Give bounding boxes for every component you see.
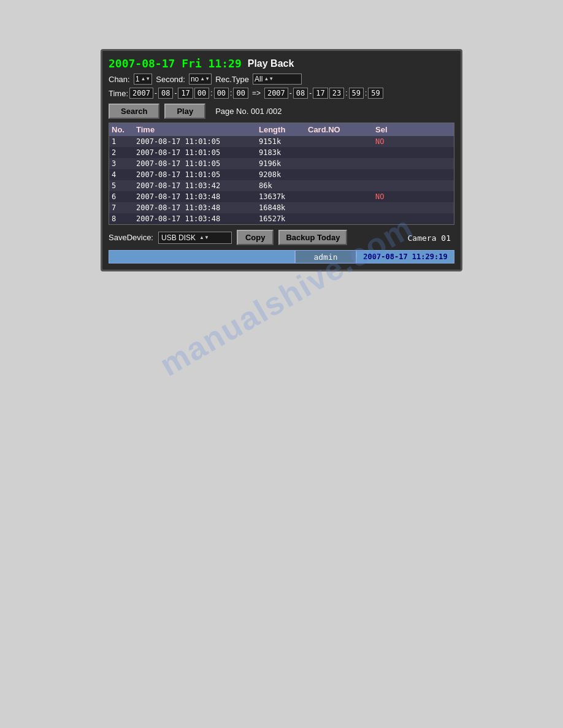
save-device-arrow: ▲▼ — [199, 235, 209, 240]
td-no: 8 — [112, 214, 136, 223]
table-header: No. Time Length Card.NO Sel — [109, 123, 454, 136]
td-sel — [375, 181, 406, 190]
table-row[interactable]: 5 2007-08-17 11:03:42 86k — [109, 180, 454, 191]
status-left — [109, 250, 295, 264]
td-sel — [375, 214, 406, 223]
th-no: No. — [112, 125, 136, 134]
td-length: 86k — [259, 181, 308, 190]
td-sel — [375, 148, 406, 157]
time-to-day[interactable]: 17 — [313, 88, 327, 99]
td-card-no — [308, 192, 375, 201]
td-card-no — [308, 203, 375, 212]
td-time: 2007-08-17 11:01:05 — [136, 148, 259, 157]
td-card-no — [308, 148, 375, 157]
td-sel — [375, 170, 406, 179]
search-button[interactable]: Search — [109, 104, 159, 119]
rec-type-label: Rec.Type — [215, 75, 249, 84]
rec-type-select[interactable]: All ▲▼ — [253, 74, 302, 85]
table-row[interactable]: 1 2007-08-17 11:01:05 9151k NO — [109, 136, 454, 147]
td-length: 16848k — [259, 203, 308, 212]
copy-button[interactable]: Copy — [237, 230, 274, 245]
td-length: 13637k — [259, 192, 308, 201]
td-card-no — [308, 181, 375, 190]
td-time: 2007-08-17 11:01:05 — [136, 170, 259, 179]
status-bar: admin 2007-08-17 11:29:19 — [109, 250, 454, 264]
table-row[interactable]: 6 2007-08-17 11:03:48 13637k NO — [109, 191, 454, 202]
control-row-1: Chan: 1 ▲▼ Second: no ▲▼ Rec.Type All ▲▼ — [109, 74, 454, 85]
chan-select[interactable]: 1 ▲▼ — [134, 74, 153, 85]
button-row: Search Play Page No. 001 /002 — [109, 104, 454, 119]
td-card-no — [308, 159, 375, 168]
chan-arrow: ▲▼ — [140, 77, 150, 82]
rec-type-arrow: ▲▼ — [264, 77, 274, 82]
td-no: 1 — [112, 137, 136, 146]
td-time: 2007-08-17 11:03:48 — [136, 192, 259, 201]
td-card-no — [308, 137, 375, 146]
table-row[interactable]: 7 2007-08-17 11:03:48 16848k — [109, 202, 454, 213]
save-row: SaveDevice: USB DISK ▲▼ Copy Backup Toda… — [109, 230, 454, 245]
time-from-sec[interactable]: 00 — [233, 88, 248, 99]
th-card-no: Card.NO — [308, 125, 375, 134]
td-sel — [375, 159, 406, 168]
table-row[interactable]: 4 2007-08-17 11:01:05 9208k — [109, 169, 454, 180]
td-no: 7 — [112, 203, 136, 212]
chan-label: Chan: — [109, 75, 130, 84]
table-row[interactable]: 8 2007-08-17 11:03:48 16527k — [109, 213, 454, 224]
time-row: Time: 2007 - 08 - 17 00 : 00 : 00 => 200… — [109, 88, 454, 99]
title-row: 2007-08-17 Fri 11:29 Play Back — [109, 57, 454, 70]
title-label: Play Back — [248, 58, 294, 69]
page-info: Page No. 001 /002 — [215, 107, 282, 116]
status-datetime: 2007-08-17 11:29:19 — [356, 250, 454, 264]
td-card-no — [308, 214, 375, 223]
th-sel: Sel — [375, 125, 406, 134]
th-time: Time — [136, 125, 259, 134]
td-length: 16527k — [259, 214, 308, 223]
time-to-min[interactable]: 59 — [349, 88, 364, 99]
backup-today-button[interactable]: Backup Today — [278, 230, 347, 245]
td-length: 9196k — [259, 159, 308, 168]
td-sel: NO — [375, 192, 406, 201]
second-select[interactable]: no ▲▼ — [189, 74, 212, 85]
td-length: 9151k — [259, 137, 308, 146]
recording-table: No. Time Length Card.NO Sel 1 2007-08-17… — [109, 123, 454, 225]
time-from-hour[interactable]: 00 — [194, 88, 209, 99]
title-datetime: 2007-08-17 Fri 11:29 — [109, 57, 242, 70]
play-button[interactable]: Play — [164, 104, 205, 119]
td-time: 2007-08-17 11:01:05 — [136, 137, 259, 146]
camera-label: Camera 01 — [408, 233, 451, 243]
chan-value: 1 — [136, 75, 140, 83]
td-time: 2007-08-17 11:03:48 — [136, 203, 259, 212]
time-to-month[interactable]: 08 — [293, 88, 308, 99]
time-from-month[interactable]: 08 — [158, 88, 173, 99]
status-user: admin — [295, 250, 356, 264]
time-to-year[interactable]: 2007 — [264, 88, 288, 99]
td-no: 2 — [112, 148, 136, 157]
td-sel — [375, 203, 406, 212]
time-label: Time: — [109, 89, 128, 98]
second-label: Second: — [156, 75, 185, 84]
time-from-year[interactable]: 2007 — [129, 88, 153, 99]
td-time: 2007-08-17 11:03:42 — [136, 181, 259, 190]
td-no: 5 — [112, 181, 136, 190]
table-row[interactable]: 2 2007-08-17 11:01:05 9183k — [109, 147, 454, 158]
td-no: 4 — [112, 170, 136, 179]
td-length: 9183k — [259, 148, 308, 157]
save-device-select[interactable]: USB DISK ▲▼ — [158, 232, 232, 244]
second-arrow: ▲▼ — [200, 77, 210, 82]
time-from-min[interactable]: 00 — [214, 88, 229, 99]
td-time: 2007-08-17 11:03:48 — [136, 214, 259, 223]
rec-type-value: All — [255, 75, 262, 83]
dvr-screen: manualshive.com 2007-08-17 Fri 11:29 Pla… — [101, 49, 462, 271]
td-no: 6 — [112, 192, 136, 201]
time-to-hour[interactable]: 23 — [329, 88, 344, 99]
second-value: no — [191, 75, 199, 83]
table-row[interactable]: 3 2007-08-17 11:01:05 9196k — [109, 158, 454, 169]
td-sel: NO — [375, 137, 406, 146]
time-from-day[interactable]: 17 — [178, 88, 193, 99]
th-length: Length — [259, 125, 308, 134]
td-time: 2007-08-17 11:01:05 — [136, 159, 259, 168]
td-card-no — [308, 170, 375, 179]
td-no: 3 — [112, 159, 136, 168]
save-device-value: USB DISK — [161, 233, 196, 242]
time-to-sec[interactable]: 59 — [368, 88, 383, 99]
